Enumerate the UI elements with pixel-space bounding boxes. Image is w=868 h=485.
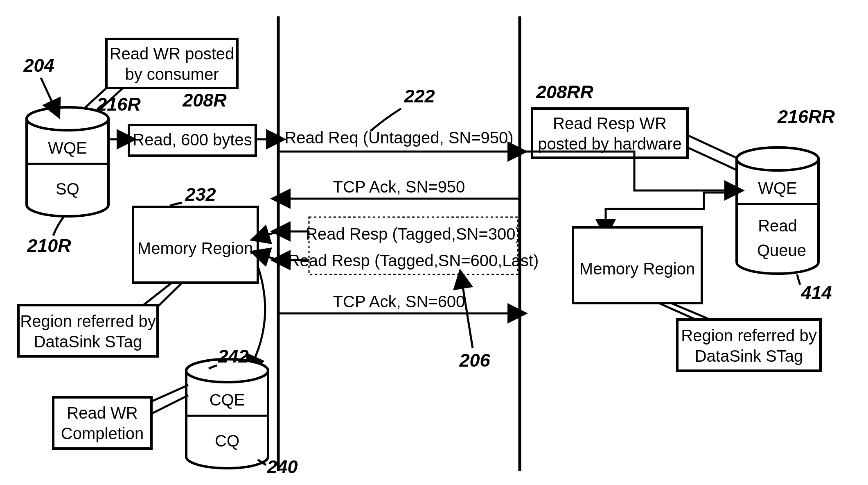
svg-line-19: [265, 231, 278, 236]
readRespWR2: posted by hardware: [538, 135, 681, 153]
regionRefL2: DataSink STag: [34, 333, 142, 351]
regionRefL1: Region referred by: [20, 312, 156, 330]
readWR2-label: by consumer: [125, 65, 219, 83]
sq-cylinder: WQE SQ: [27, 107, 108, 216]
ref-222: 222: [404, 86, 435, 107]
readWRcomp1: Read WR: [67, 404, 138, 422]
sq-label: SQ: [56, 180, 79, 198]
readReq-label: Read Req (Untagged, SN=950): [284, 129, 513, 147]
readq-cylinder: WQE Read Queue: [737, 147, 818, 274]
readQ2-label: Queue: [757, 241, 806, 259]
read600-label: Read, 600 bytes: [133, 131, 252, 149]
ref-232: 232: [185, 184, 216, 205]
ref-216RR: 216RR: [777, 106, 835, 127]
ref-240: 240: [266, 456, 298, 477]
svg-line-31: [688, 135, 741, 160]
ref-210R: 210R: [27, 235, 71, 256]
tcpAck950-label: TCP Ack, SN=950: [333, 178, 465, 196]
svg-point-34: [737, 147, 818, 170]
readResp300-label: Read Resp (Tagged,SN=300): [306, 225, 521, 243]
svg-line-23: [158, 283, 182, 307]
readRespWR1: Read Resp WR: [553, 114, 667, 132]
ref-414: 414: [800, 282, 832, 303]
cqe-label: CQE: [210, 391, 245, 409]
readWR1-label: Read WR posted: [110, 45, 234, 63]
svg-line-17: [462, 285, 473, 348]
svg-line-22: [143, 283, 172, 305]
cq-cylinder: CQE CQ: [186, 359, 268, 468]
ref-206: 206: [459, 350, 490, 371]
regionRefR2: DataSink STag: [695, 347, 803, 365]
readQ1-label: Read: [758, 217, 797, 235]
tcpAck600-label: TCP Ack, SN=600: [333, 292, 465, 310]
svg-line-20: [265, 256, 278, 260]
ref-208R: 208R: [182, 90, 227, 111]
wqe-label: WQE: [48, 139, 87, 157]
readResp600-label: Read Resp (Tagged,SN=600,Last): [288, 252, 539, 270]
svg-line-32: [688, 147, 737, 170]
ref-208RR: 208RR: [536, 82, 594, 102]
ref-216R: 216R: [96, 94, 141, 115]
ref-242: 242: [217, 346, 248, 367]
wqe2-label: WQE: [758, 179, 797, 197]
regionRefR1: Region referred by: [681, 326, 816, 344]
cq-label: CQ: [215, 432, 239, 450]
ref-204: 204: [23, 55, 54, 76]
memRegionL-label: Memory Region: [138, 239, 253, 257]
readWRcomp2: Completion: [61, 424, 144, 442]
memRegionR-label: Memory Region: [579, 260, 695, 278]
svg-point-6: [27, 107, 108, 130]
